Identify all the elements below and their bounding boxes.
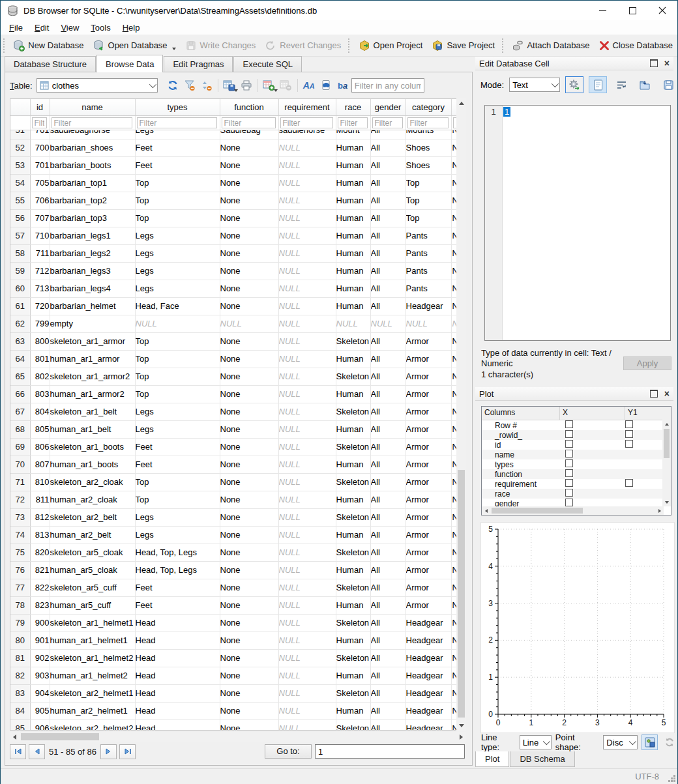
table-cell[interactable]: Mounts [405, 130, 451, 139]
write-changes-button[interactable]: Write Changes [181, 37, 261, 54]
print-button[interactable] [238, 78, 255, 93]
plot-field-row[interactable]: name [482, 450, 671, 459]
table-cell[interactable]: Top [405, 210, 451, 227]
table-cell[interactable]: Feet [135, 139, 220, 157]
table-cell[interactable]: barbarian_top2 [50, 192, 135, 210]
table-cell[interactable]: Human [336, 192, 370, 210]
point-shape-select[interactable]: Disc [603, 735, 638, 749]
table-cell[interactable]: skeleton_ar2_helmet1 [50, 685, 135, 703]
filter-input-race[interactable] [338, 117, 368, 128]
menu-file[interactable]: File [3, 22, 29, 34]
table-cell[interactable]: 701 [30, 157, 50, 175]
column-header-function[interactable]: function [220, 99, 278, 116]
table-cell[interactable]: 711 [30, 245, 50, 263]
reload-plot-button[interactable] [662, 734, 677, 750]
table-cell[interactable]: All [370, 192, 405, 210]
table-cell[interactable]: NULL [278, 527, 336, 544]
goto-button[interactable]: Go to: [265, 744, 312, 759]
table-cell[interactable]: barbarian_boots [50, 157, 135, 175]
row-number[interactable]: 64 [10, 351, 30, 368]
table-row[interactable]: 84905human_ar2_helmet1HeadNoneNULLHumanA… [10, 703, 456, 720]
row-number[interactable]: 65 [10, 368, 30, 386]
table-cell[interactable]: Head, Top, Legs [135, 544, 220, 562]
table-cell[interactable]: Armor [405, 562, 451, 579]
row-number[interactable]: 54 [10, 175, 30, 192]
table-cell[interactable]: skeleton_ar1_helmet2 [50, 650, 135, 667]
table-cell[interactable]: Headgear [405, 667, 451, 685]
table-cell[interactable]: 713 [30, 280, 50, 298]
table-cell[interactable]: None [220, 720, 278, 731]
table-cell[interactable]: All [370, 368, 405, 386]
table-cell[interactable]: All [370, 421, 405, 439]
table-cell[interactable]: Skeleton [336, 685, 370, 703]
table-cell[interactable]: human_ar1_helmet1 [50, 632, 135, 650]
table-cell[interactable]: All [370, 245, 405, 263]
table-cell[interactable]: barbarian_legs1 [50, 227, 135, 245]
table-cell[interactable]: None [220, 210, 278, 227]
table-cell[interactable]: human_ar2_cloak [50, 491, 135, 509]
table-cell[interactable]: All [370, 615, 405, 632]
table-cell[interactable]: Armor [405, 456, 451, 474]
table-cell[interactable]: None [451, 615, 456, 632]
mode-select[interactable]: Text [509, 78, 560, 92]
table-cell[interactable]: NULL [278, 157, 336, 175]
table-cell[interactable]: NULL [278, 421, 336, 439]
resize-grip[interactable] [673, 780, 675, 782]
x-checkbox[interactable] [565, 499, 573, 506]
table-row[interactable]: 57710barbarian_legs1LegsNoneNULLHumanAll… [10, 227, 456, 245]
row-number[interactable]: 83 [10, 685, 30, 703]
table-cell[interactable]: barbarian_legs4 [50, 280, 135, 298]
table-row[interactable]: 51761saddlebaghorseLegsSaddlebagsaddleho… [10, 130, 456, 139]
plot-dock-header[interactable]: Plot × [475, 387, 673, 401]
table-cell[interactable]: human_ar1_armor [50, 351, 135, 368]
table-cell[interactable]: 700 [30, 139, 50, 157]
revert-changes-button[interactable]: Revert Changes [260, 37, 346, 54]
table-cell[interactable]: All [370, 263, 405, 280]
table-cell[interactable]: Armor [405, 509, 451, 527]
y1-checkbox[interactable] [625, 479, 633, 487]
table-row[interactable]: 71810skeleton_ar2_cloakTopNoneNULLSkelet… [10, 474, 456, 491]
table-cell[interactable]: Skeleton [336, 368, 370, 386]
table-cell[interactable]: NULL [278, 280, 336, 298]
table-cell[interactable]: None [220, 527, 278, 544]
table-cell[interactable]: All [370, 456, 405, 474]
table-cell[interactable]: All [370, 685, 405, 703]
table-cell[interactable]: Human [336, 421, 370, 439]
table-cell[interactable]: 900 [30, 615, 50, 632]
table-cell[interactable]: Feet [135, 157, 220, 175]
table-row[interactable]: 60713barbarian_legs4LegsNoneNULLHumanAll… [10, 280, 456, 298]
table-cell[interactable]: None [220, 597, 278, 615]
x-checkbox[interactable] [565, 430, 573, 438]
table-cell[interactable]: 705 [30, 175, 50, 192]
table-cell[interactable]: None [220, 227, 278, 245]
open-project-button[interactable]: Open Project [354, 37, 428, 54]
table-cell[interactable]: Legs [135, 130, 220, 139]
plot-field-row[interactable]: _rowid_ [482, 430, 671, 440]
table-cell[interactable]: Armor [405, 333, 451, 351]
filter-input-function[interactable] [222, 117, 276, 128]
table-cell[interactable]: 807 [30, 456, 50, 474]
table-row[interactable]: 56707barbarian_top3TopNoneNULLHumanAllTo… [10, 210, 456, 227]
x-checkbox[interactable] [565, 420, 573, 428]
table-cell[interactable]: NULL [278, 509, 336, 527]
table-cell[interactable]: Top [405, 175, 451, 192]
table-cell[interactable]: NULL [278, 175, 336, 192]
table-cell[interactable]: skeleton_ar1_armor2 [50, 368, 135, 386]
table-cell[interactable]: Headgear [405, 632, 451, 650]
table-cell[interactable]: None [451, 597, 456, 615]
table-cell[interactable]: Pants [405, 245, 451, 263]
table-cell[interactable]: Skeleton [336, 439, 370, 456]
table-cell[interactable]: None [451, 509, 456, 527]
table-cell[interactable]: None [220, 175, 278, 192]
row-number[interactable]: 74 [10, 527, 30, 544]
table-cell[interactable]: 802 [30, 368, 50, 386]
table-cell[interactable]: human_ar2_helmet1 [50, 703, 135, 720]
table-cell[interactable]: Armor [405, 386, 451, 403]
table-cell[interactable]: Pants [405, 263, 451, 280]
table-cell[interactable]: None [451, 720, 456, 731]
table-cell[interactable]: human_ar2_belt [50, 527, 135, 544]
table-cell[interactable]: 904 [30, 685, 50, 703]
table-cell[interactable]: Head [135, 650, 220, 667]
table-cell[interactable]: All [370, 597, 405, 615]
table-cell[interactable]: human_ar5_cloak [50, 562, 135, 579]
